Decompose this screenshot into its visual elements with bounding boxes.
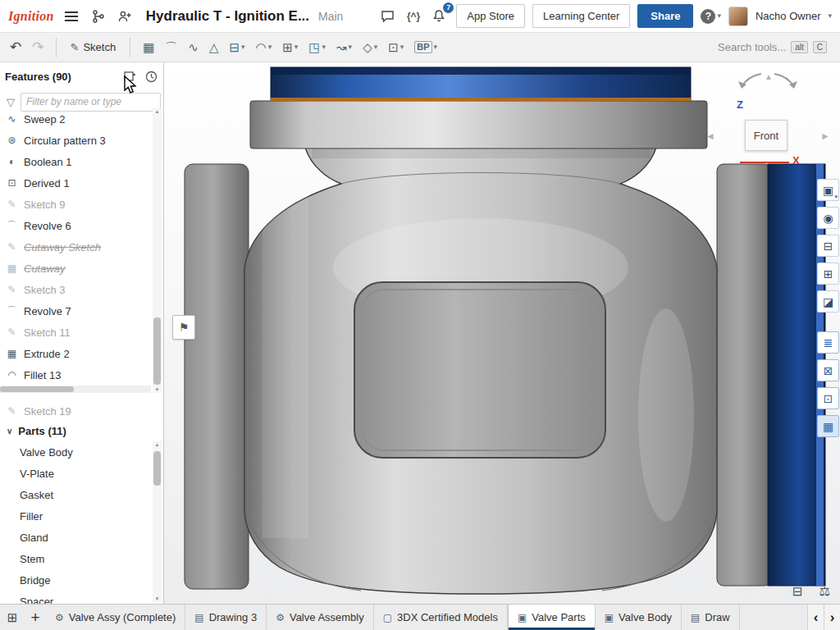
feature-item[interactable]: ⌒Revolve 6 <box>0 215 151 236</box>
hamburger-menu-icon[interactable] <box>62 7 81 26</box>
workspace-label[interactable]: Main <box>318 10 343 23</box>
part-item[interactable]: Spacer <box>0 591 151 604</box>
scroll-up-icon[interactable]: ▲ <box>153 109 162 114</box>
document-tab[interactable]: ▤Draw <box>682 605 740 630</box>
pattern-tool[interactable]: ⊞▾ <box>278 39 302 56</box>
document-tab[interactable]: ▣Valve Body <box>596 605 682 630</box>
tabs-scroll-left[interactable]: ‹ <box>807 605 824 630</box>
part-item[interactable]: V-Plate <box>0 463 151 484</box>
vscrollbar-thumb[interactable] <box>153 317 161 385</box>
versions-tree-icon[interactable] <box>89 7 108 26</box>
top-flange-part[interactable] <box>250 101 707 148</box>
feature-item[interactable]: ▦Cutaway <box>0 258 151 279</box>
document-tab[interactable]: ▤Drawing 3 <box>185 605 267 630</box>
feature-item[interactable]: ⊛Circular pattern 3 <box>0 130 151 151</box>
notifications-bell-icon[interactable]: 7 <box>429 7 449 26</box>
front-view-button[interactable]: Front <box>745 120 788 151</box>
model-viewport[interactable]: ▲ ◄ ► Z Front X ▣▾◉⊟⊞◪≣⊠⊡▦ ⚑ ⊟⚖ <box>164 62 840 604</box>
spline-tool[interactable]: ↝▾ <box>332 39 356 56</box>
exploded-view-icon[interactable]: ⊞ <box>817 262 839 285</box>
comment-icon[interactable] <box>378 7 398 26</box>
features-title[interactable]: Features (90) <box>5 71 71 83</box>
chevron-down-icon[interactable]: ▾ <box>241 43 245 51</box>
feature-item[interactable]: ✎Cutaway Sketch <box>0 236 151 258</box>
display-states-icon[interactable]: ⊟ <box>817 235 839 257</box>
chevron-down-icon[interactable]: ▾ <box>374 43 378 51</box>
gasket-part[interactable] <box>271 98 691 101</box>
feature-item[interactable]: ✎Sketch 3 <box>0 279 151 300</box>
share-button[interactable]: Share <box>637 4 693 28</box>
tab-manager-icon[interactable]: ⊞ <box>0 605 25 630</box>
feature-item[interactable]: ⌒Revolve 7 <box>0 300 151 322</box>
parts-section-header[interactable]: ∨ Parts (11) <box>0 420 152 441</box>
document-tab[interactable]: ⚙Valve Assembly <box>267 605 374 630</box>
sweep-tool[interactable]: ∿ <box>184 39 203 56</box>
thicken-tool[interactable]: ⊟▾ <box>225 39 249 56</box>
part-item[interactable]: Gasket <box>0 484 151 505</box>
chevron-expanded-icon[interactable]: ∨ <box>7 427 12 436</box>
configurations-icon[interactable]: ⊡ <box>817 387 839 409</box>
help-icon[interactable]: ? <box>701 9 715 24</box>
document-tab[interactable]: ⚙Valve Assy (Complete) <box>46 605 185 630</box>
insert-dialog-icon[interactable] <box>122 69 137 84</box>
shell-tool[interactable]: ◳▾ <box>304 39 330 56</box>
feature-item[interactable]: ✎Sketch 9 <box>0 194 151 215</box>
mass-properties-icon[interactable]: ⚖ <box>819 584 830 599</box>
versions-panel-icon[interactable]: ▦ <box>817 415 839 437</box>
chevron-down-icon[interactable]: ▾ <box>294 43 299 51</box>
transform-tool[interactable]: ⊡▾ <box>384 39 408 56</box>
chevron-down-icon[interactable]: ▾ <box>349 43 353 51</box>
part-item[interactable]: Filler <box>0 505 151 527</box>
scroll-down-icon[interactable]: ▼ <box>153 387 162 392</box>
ignition-logo[interactable]: Ignition <box>8 9 54 24</box>
document-title[interactable]: Hydraulic T - Ignition E... <box>146 8 309 25</box>
part-item[interactable]: Gland <box>0 527 151 548</box>
part-item[interactable]: Valve Body <box>0 441 151 463</box>
learning-center-button[interactable]: Learning Center <box>532 4 630 28</box>
rotate-right-icon[interactable]: ► <box>820 131 830 141</box>
feature-item[interactable]: ▦Extrude 2 <box>0 343 151 364</box>
feature-item[interactable]: ◠Fillet 13 <box>0 364 151 386</box>
sketch-button[interactable]: ✎ Sketch <box>65 38 122 57</box>
feature-item[interactable]: ◐Boolean 1 <box>0 151 151 172</box>
feature-item[interactable]: ✎Sketch 19 <box>0 400 151 420</box>
extrude-tool[interactable]: ▦ <box>139 39 158 56</box>
rotate-up-icon[interactable]: ▲ <box>765 73 773 81</box>
hscrollbar-thumb[interactable] <box>0 386 74 392</box>
features-hscrollbar[interactable] <box>0 386 151 393</box>
part-item[interactable]: Bridge <box>0 569 151 591</box>
chevron-down-icon[interactable]: ▾ <box>434 43 438 51</box>
collapsed-dialog-button[interactable]: ⚑ <box>172 315 195 340</box>
undo-icon[interactable]: ↶ <box>7 40 25 54</box>
loft-tool[interactable]: △ <box>205 39 223 56</box>
right-flange-face[interactable] <box>717 164 771 586</box>
shaded-view-icon[interactable]: ◉ <box>817 207 839 229</box>
history-icon[interactable] <box>144 69 158 84</box>
help-menu[interactable]: ? ▾ <box>701 9 721 24</box>
feature-item[interactable]: ✎Sketch 11 <box>0 322 151 343</box>
view-orientation-widget[interactable]: ▲ ◄ ► Z Front X <box>697 69 838 179</box>
revolve-tool[interactable]: ⌒ <box>161 39 181 56</box>
feature-item[interactable]: ∿Sweep 2 <box>0 108 151 130</box>
bp-tool[interactable]: BP▾ <box>410 39 441 56</box>
share-user-icon[interactable] <box>116 7 135 26</box>
chevron-down-icon[interactable]: ▾ <box>268 43 272 51</box>
appearance-panel-icon[interactable]: ⊠ <box>817 359 839 381</box>
section-view-icon[interactable]: ◪ <box>817 290 839 313</box>
print-icon[interactable]: ⊟ <box>792 584 803 599</box>
redo-icon[interactable]: ↷ <box>29 40 47 54</box>
featurescript-icon[interactable]: {^} <box>405 7 422 26</box>
user-avatar[interactable] <box>728 7 748 26</box>
parts-vscrollbar[interactable]: ▲ ▼ <box>153 441 162 602</box>
tabs-scroll-right[interactable]: › <box>824 605 840 630</box>
document-tab[interactable]: ▢3DX Certified Models <box>374 605 508 630</box>
chevron-down-icon[interactable]: ▾ <box>400 43 404 51</box>
new-tab-button[interactable]: + <box>25 605 46 630</box>
chevron-down-icon[interactable]: ▾ <box>834 194 838 200</box>
vscrollbar-thumb[interactable] <box>153 451 161 486</box>
part-item[interactable]: Stem <box>0 548 151 569</box>
view-cube-button[interactable]: ▣▾ <box>817 179 839 201</box>
fillet-tool[interactable]: ◠▾ <box>252 39 276 56</box>
chevron-down-icon[interactable]: ▾ <box>322 43 326 51</box>
named-views-icon[interactable]: ≣ <box>817 331 839 354</box>
